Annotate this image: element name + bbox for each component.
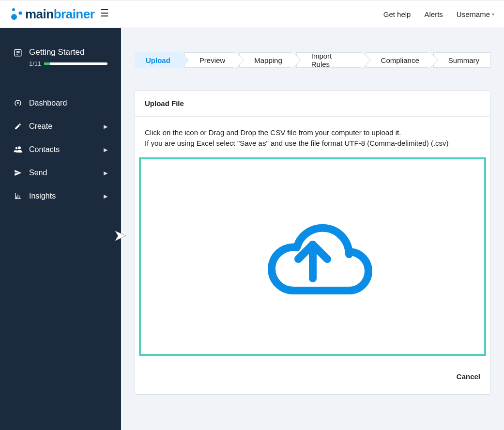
menu-toggle-icon[interactable]: ☰ — [100, 8, 109, 18]
svg-point-0 — [12, 8, 15, 11]
chevron-right-icon: ▶ — [104, 123, 107, 130]
sidebar-item-label: Send — [29, 169, 47, 177]
step-preview[interactable]: Preview — [184, 52, 236, 68]
logo[interactable]: mainbrainer — [10, 7, 94, 22]
wizard-stepper: Upload Preview Mapping Import Rules Comp… — [135, 52, 490, 68]
cloud-upload-icon — [252, 211, 373, 303]
sidebar-getting-started[interactable]: Getting Started 1/11 — [0, 43, 121, 77]
pencil-icon — [14, 123, 22, 130]
paper-plane-icon — [14, 169, 22, 177]
svg-point-2 — [11, 14, 17, 20]
logo-text: mainbrainer — [25, 7, 94, 22]
sidebar-collapse-arrow-icon[interactable] — [113, 229, 131, 245]
gauge-icon — [14, 99, 22, 108]
sidebar-item-label: Contacts — [29, 145, 60, 154]
getting-started-progress — [44, 62, 107, 65]
file-dropzone[interactable] — [139, 157, 486, 356]
card-title: Upload File — [135, 91, 490, 117]
getting-started-label: Getting Started — [29, 47, 107, 57]
bar-chart-icon — [14, 192, 22, 200]
step-upload[interactable]: Upload — [135, 52, 182, 68]
step-summary[interactable]: Summary — [433, 52, 490, 68]
sidebar-item-insights[interactable]: Insights ▶ — [0, 184, 121, 208]
chevron-right-icon: ▶ — [104, 193, 107, 200]
step-compliance[interactable]: Compliance — [366, 52, 430, 68]
chevron-right-icon: ▶ — [104, 147, 107, 153]
sidebar-item-label: Create — [29, 122, 52, 131]
sidebar-item-create[interactable]: Create ▶ — [0, 115, 121, 138]
svg-point-1 — [18, 11, 22, 15]
cancel-button[interactable]: Cancel — [457, 372, 480, 381]
step-mapping[interactable]: Mapping — [239, 52, 293, 68]
svg-marker-7 — [115, 231, 126, 241]
getting-started-count: 1/11 — [29, 60, 41, 67]
upload-card: Upload File Click on the icon or Drag an… — [135, 90, 490, 395]
alerts-link[interactable]: Alerts — [424, 10, 443, 18]
users-icon — [14, 145, 22, 154]
checklist-icon — [14, 48, 22, 59]
username-label: Username — [457, 10, 490, 18]
upload-instructions: Click on the icon or Drag and Drop the C… — [145, 127, 480, 149]
chevron-right-icon: ▶ — [104, 170, 107, 176]
user-menu[interactable]: Username ▾ — [457, 10, 494, 18]
get-help-link[interactable]: Get help — [383, 10, 411, 18]
step-import-rules[interactable]: Import Rules — [296, 52, 363, 68]
sidebar-item-send[interactable]: Send ▶ — [0, 161, 121, 184]
sidebar-item-label: Insights — [29, 192, 56, 200]
sidebar-item-dashboard[interactable]: Dashboard — [0, 92, 121, 115]
sidebar-item-label: Dashboard — [29, 99, 67, 108]
caret-down-icon: ▾ — [492, 12, 494, 17]
sidebar-item-contacts[interactable]: Contacts ▶ — [0, 138, 121, 161]
logo-dots-icon — [10, 7, 24, 21]
